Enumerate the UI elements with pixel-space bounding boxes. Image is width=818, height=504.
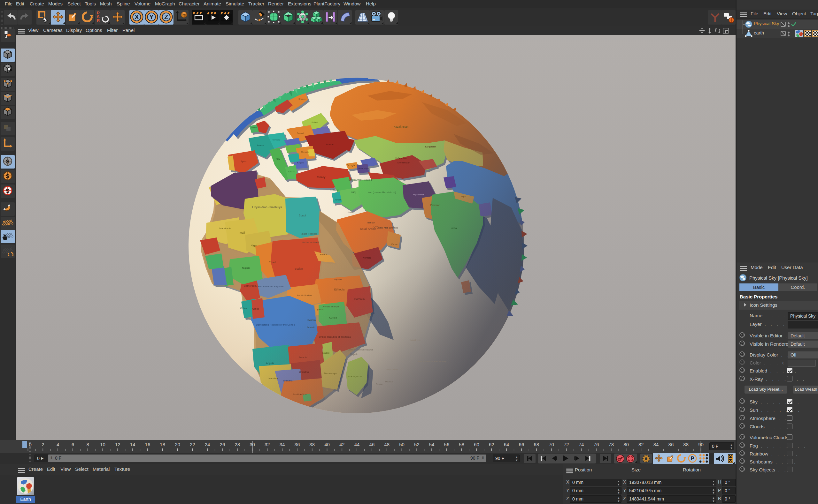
svg-text:Zambia: Zambia (299, 356, 307, 359)
svg-text:84: 84 (654, 442, 659, 447)
svg-text:34: 34 (280, 442, 285, 447)
svg-text:Cameroon: Cameroon (244, 284, 256, 287)
svg-text:R: R (97, 18, 100, 23)
svg-text:Oman: Oman (391, 243, 398, 246)
svg-text:14: 14 (130, 442, 135, 447)
svg-text:S: S (6, 173, 9, 179)
svg-text:62: 62 (489, 442, 494, 447)
svg-text:Ma'tan al-Sarra: Ma'tan al-Sarra (302, 241, 320, 244)
svg-text:Saudi Arabia: Saudi Arabia (360, 227, 376, 230)
svg-text:Ukraine: Ukraine (325, 143, 334, 146)
svg-text:Romania: Romania (301, 151, 309, 153)
svg-text:Central African Republic: Central African Republic (256, 285, 284, 288)
svg-text:12: 12 (115, 442, 120, 447)
svg-text:4: 4 (57, 442, 59, 447)
svg-text:Pakistan: Pakistan (430, 204, 440, 207)
svg-text:Syrian Arab Republic: Syrian Arab Republic (349, 178, 373, 181)
svg-text:Mozambique: Mozambique (324, 372, 337, 375)
svg-text:Finland: Finland (312, 121, 318, 123)
svg-text:Uganda: Uganda (316, 308, 324, 311)
svg-text:0: 0 (29, 442, 32, 447)
svg-text:22: 22 (190, 442, 195, 447)
svg-text:Kenya: Kenya (329, 316, 337, 319)
svg-text:Somalia: Somalia (354, 297, 365, 301)
svg-text:Amhara Triangle: Amhara Triangle (322, 305, 339, 308)
svg-text:Botswana: Botswana (283, 380, 293, 382)
svg-text:Ethiopia: Ethiopia (334, 288, 345, 291)
svg-text:Azerbaijan: Azerbaijan (358, 167, 369, 170)
svg-text:8: 8 (87, 442, 89, 447)
svg-text:10: 10 (100, 442, 105, 447)
svg-text:P: P (691, 456, 694, 461)
svg-text:Mayotte: Mayotte (350, 353, 358, 356)
svg-text:United Republic of Tanzania: United Republic of Tanzania (319, 335, 351, 338)
svg-text:Zimbabwe: Zimbabwe (299, 371, 309, 373)
svg-text:Germany: Germany (273, 139, 281, 141)
svg-text:Niger: Niger (251, 244, 258, 247)
svg-text:X: X (134, 13, 139, 20)
svg-text:Madagascar: Madagascar (348, 375, 362, 378)
svg-text:Iraq: Iraq (351, 191, 356, 194)
svg-text:70: 70 (549, 442, 554, 447)
svg-text:46: 46 (369, 442, 375, 447)
svg-text:Seychelles: Seychelles (386, 368, 399, 371)
svg-text:France: France (257, 144, 264, 147)
svg-text:Uzbekistan: Uzbekistan (396, 157, 407, 159)
svg-text:British Indian Ocean Territory: British Indian Ocean Territory (418, 360, 447, 363)
svg-text:Jordan: Jordan (335, 199, 342, 201)
svg-text:Mauritius: Mauritius (385, 381, 393, 383)
svg-text:Ireland: Ireland (251, 127, 257, 129)
svg-text:52: 52 (414, 442, 420, 447)
svg-text:India: India (451, 227, 457, 230)
svg-text:Kuwait: Kuwait (347, 211, 354, 214)
svg-text:Djibouti: Djibouti (334, 278, 342, 281)
svg-text:Mali: Mali (240, 231, 245, 234)
svg-text:Malawi: Malawi (322, 352, 330, 354)
svg-text:Rwanda: Rwanda (307, 319, 316, 321)
svg-text:Kyrgyzstan: Kyrgyzstan (425, 146, 436, 148)
svg-text:64: 64 (504, 442, 509, 447)
svg-text:South Sudan: South Sudan (297, 294, 312, 297)
svg-text:S: S (6, 188, 9, 194)
svg-text:66: 66 (519, 442, 524, 447)
svg-text:90: 90 (698, 442, 704, 447)
svg-text:Iran (Islamic Republic of): Iran (Islamic Republic of) (368, 191, 396, 194)
svg-text:Egypt: Egypt (299, 214, 306, 217)
svg-text:Democratic Republic of the Con: Democratic Republic of the Congo (256, 323, 295, 326)
svg-text:16: 16 (145, 442, 150, 447)
svg-text:Kazakhstan: Kazakhstan (393, 125, 408, 128)
svg-text:Poland: Poland (297, 132, 304, 134)
svg-text:80: 80 (624, 442, 629, 447)
svg-text:28: 28 (235, 442, 240, 447)
svg-text:44: 44 (354, 442, 360, 447)
svg-text:30: 30 (250, 442, 255, 447)
svg-text:United Arab Emirates: United Arab Emirates (377, 227, 398, 229)
svg-text:82: 82 (639, 442, 644, 447)
svg-text:Sweden: Sweden (299, 98, 306, 100)
svg-text:26: 26 (220, 442, 225, 447)
svg-text:Georgia: Georgia (347, 164, 355, 167)
svg-text:Z: Z (164, 13, 168, 20)
svg-text:Namibia: Namibia (269, 377, 278, 380)
svg-text:Afghanistan: Afghanistan (413, 193, 425, 196)
svg-text:54: 54 (429, 442, 435, 447)
svg-text:88: 88 (683, 442, 689, 447)
svg-text:38: 38 (309, 442, 315, 447)
svg-text:36: 36 (295, 442, 300, 447)
svg-text:Bahrain: Bahrain (367, 222, 375, 224)
svg-text:Sudan: Sudan (295, 267, 303, 270)
svg-text:Comoros Glorioso Islands: Comoros Glorioso Islands (348, 349, 374, 351)
svg-text:Nepal: Nepal (461, 196, 466, 198)
svg-text:18: 18 (160, 442, 165, 447)
svg-text:Spain: Spain (241, 160, 246, 163)
svg-text:Gabon: Gabon (240, 307, 247, 309)
svg-text:South Africa: South Africa (293, 393, 307, 396)
svg-text:Y: Y (149, 13, 154, 20)
svg-text:S: S (6, 159, 9, 165)
svg-text:Mauritania: Mauritania (219, 227, 231, 230)
svg-text:Chad: Chad (269, 261, 276, 264)
svg-text:Turkmenistan: Turkmenistan (397, 162, 410, 164)
svg-text:68: 68 (534, 442, 539, 447)
svg-text:24: 24 (205, 442, 210, 447)
svg-text:2: 2 (42, 442, 44, 447)
